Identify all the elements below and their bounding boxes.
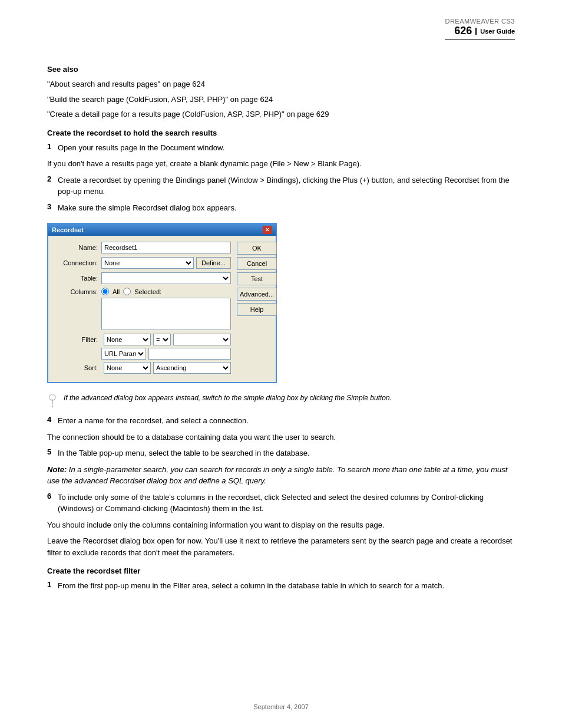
help-button[interactable]: Help	[237, 303, 277, 316]
section2-title: Create the recordset filter	[47, 566, 515, 575]
step-3-num: 3	[47, 202, 54, 214]
dialog-screenshot: Recordset ✕ Name: Connection:	[47, 223, 515, 383]
columns-row: Columns: All Selected:	[54, 288, 231, 295]
dialog-body: Name: Connection: None Define...	[48, 236, 276, 382]
name-row: Name:	[54, 242, 231, 253]
step-1-num: 1	[47, 142, 54, 154]
see-also-title: See also	[47, 65, 515, 74]
see-also-link-2: "Build the search page (ColdFusion, ASP,…	[47, 94, 515, 106]
sort-column-select[interactable]: None	[104, 362, 151, 374]
columns-label: Columns:	[54, 288, 101, 295]
see-also-section: See also "About search and results pages…	[47, 65, 515, 120]
step-6-sub1: You should include only the columns cont…	[47, 519, 515, 531]
columns-selected-label: Selected:	[134, 288, 161, 295]
url-param-input[interactable]	[148, 348, 231, 360]
step-5-row: 5 In the Table pop-up menu, select the t…	[47, 447, 515, 459]
columns-radio-group: All Selected:	[101, 288, 161, 295]
sort-order-select[interactable]: Ascending	[153, 362, 231, 374]
columns-listbox[interactable]	[101, 298, 231, 330]
section1: Create the recordset to hold the search …	[47, 129, 515, 214]
columns-all-radio[interactable]	[101, 288, 109, 295]
step-6-num: 6	[47, 492, 54, 515]
step-4-row: 4 Enter a name for the recordset, and se…	[47, 415, 515, 427]
step-1-sub: If you don't have a results page yet, cr…	[47, 158, 515, 170]
sort-row: Sort: None Ascending	[54, 362, 231, 374]
step-6-text: To include only some of the table's colu…	[58, 492, 515, 515]
filter-val-select[interactable]	[173, 334, 231, 345]
table-label: Table:	[54, 275, 101, 282]
section2-step1-row: 1 From the first pop-up menu in the Filt…	[47, 580, 515, 592]
url-param-select[interactable]: URL Parameter	[101, 348, 146, 360]
filter-label: Filter:	[54, 336, 101, 343]
name-input[interactable]	[101, 242, 231, 253]
step-2-num: 2	[47, 174, 54, 197]
step-2-row: 2 Create a recordset by opening the Bind…	[47, 174, 515, 197]
dialog-close-button[interactable]: ✕	[263, 226, 272, 234]
dialog-fields: Name: Connection: None Define...	[54, 242, 231, 376]
tip-row: If the advanced dialog box appears inste…	[47, 393, 515, 408]
section1-title: Create the recordset to hold the search …	[47, 129, 515, 137]
step-6-sub2: Leave the Recordset dialog box open for …	[47, 535, 515, 558]
header-divider	[445, 39, 515, 40]
page-header: DREAMWEAVER CS3 626 User Guide	[445, 18, 515, 40]
step-5-text: In the Table pop-up menu, select the tab…	[58, 447, 310, 459]
connection-select-wrapper: None	[101, 257, 194, 269]
step-4-num: 4	[47, 415, 54, 427]
connection-row: Connection: None Define...	[54, 257, 231, 269]
section2: Create the recordset filter 1 From the f…	[47, 566, 515, 592]
tip-icon	[47, 394, 58, 408]
step-1-row: 1 Open your results page in the Document…	[47, 142, 515, 154]
sort-label: Sort:	[54, 364, 101, 371]
footer-date: September 4, 2007	[253, 703, 309, 710]
note-text: In a single-parameter search, you can se…	[47, 465, 507, 486]
step-4-text: Enter a name for the recordset, and sele…	[58, 415, 249, 427]
step-3-row: 3 Make sure the simple Recordset dialog …	[47, 202, 515, 214]
advanced-button[interactable]: Advanced...	[237, 288, 277, 301]
filter-op-select[interactable]: =	[153, 334, 171, 345]
filter-column-select[interactable]: None	[104, 334, 151, 345]
user-guide-label: User Guide	[475, 28, 515, 35]
table-row: Table:	[54, 272, 231, 284]
app-name: DREAMWEAVER CS3	[445, 18, 515, 25]
dialog-titlebar: Recordset ✕	[48, 224, 276, 236]
recordset-dialog: Recordset ✕ Name: Connection:	[47, 223, 277, 383]
cancel-button[interactable]: Cancel	[237, 257, 277, 270]
dialog-title: Recordset	[52, 226, 84, 233]
ok-button[interactable]: OK	[237, 242, 277, 255]
section2-step1-text: From the first pop-up menu in the Filter…	[58, 580, 444, 592]
filter-row: Filter: None =	[54, 334, 231, 345]
columns-selected-radio[interactable]	[123, 288, 131, 295]
table-select[interactable]	[101, 272, 231, 284]
name-label: Name:	[54, 244, 101, 251]
section2-step1-num: 1	[47, 580, 54, 592]
dialog-buttons: OK Cancel Test Advanced... Help	[237, 242, 278, 376]
connection-select[interactable]: None	[101, 257, 194, 269]
see-also-link-1: "About search and results pages" on page…	[47, 78, 515, 90]
tip-text: If the advanced dialog box appears inste…	[64, 393, 392, 403]
connection-label: Connection:	[54, 259, 101, 266]
step-6-row: 6 To include only some of the table's co…	[47, 492, 515, 515]
test-button[interactable]: Test	[237, 272, 277, 285]
note-label: Note:	[47, 465, 67, 474]
note-block: Note: In a single-parameter search, you …	[47, 464, 515, 487]
page-container: DREAMWEAVER CS3 626 User Guide See also …	[0, 0, 562, 728]
page-footer: September 4, 2007	[0, 703, 562, 710]
step-5-num: 5	[47, 447, 54, 459]
page-num-row: 626 User Guide	[445, 25, 515, 37]
step-4-sub: The connection should be to a database c…	[47, 431, 515, 443]
svg-point-2	[52, 406, 54, 407]
step-2-text: Create a recordset by opening the Bindin…	[58, 174, 515, 197]
url-param-row: URL Parameter	[101, 348, 231, 360]
table-select-wrapper	[101, 272, 231, 284]
define-button[interactable]: Define...	[196, 257, 231, 269]
step-1-text: Open your results page in the Document w…	[58, 142, 224, 154]
see-also-link-3: "Create a detail page for a results page…	[47, 108, 515, 120]
columns-all-label: All	[113, 288, 120, 295]
main-content: See also "About search and results pages…	[47, 65, 515, 592]
step-3-text: Make sure the simple Recordset dialog bo…	[58, 202, 237, 214]
page-number: 626	[454, 25, 472, 37]
